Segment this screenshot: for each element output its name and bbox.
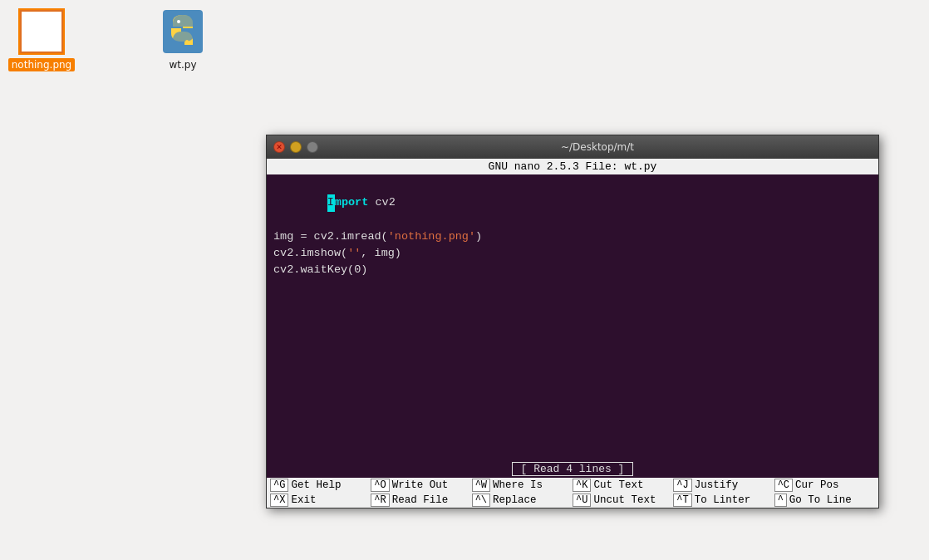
shortcut-cur-pos: ^C Cur Pos [774,479,872,492]
keyword-import: mport [335,196,369,209]
status-message: [ Read 4 lines ] [512,462,634,476]
shortcut-exit: ^X Exit [270,494,367,507]
shortcut-label-justify: Justify [695,479,739,491]
cursor: I [327,194,335,211]
string-literal-2: '' [347,247,361,259]
shortcut-key-u: ^U [573,494,591,507]
code-line-1: Import cv2 [273,178,872,228]
shortcut-label-replace: Replace [493,494,537,506]
shortcut-row-2: ^X Exit ^R Read File ^\ Replace ^U Uncut… [267,493,878,508]
shortcut-label-write-out: Write Out [392,479,449,491]
desktop-icon-nothing-png[interactable]: nothing.png [8,8,75,71]
python-file-icon [160,8,206,55]
shortcut-label-get-help: Get Help [291,479,341,491]
shortcut-key-k: ^K [573,479,591,492]
shortcut-write-out: ^O Write Out [371,479,468,492]
shortcut-key-caret: ^ [774,494,787,507]
python-icon-svg [163,10,203,53]
shortcut-where-is: ^W Where Is [472,479,569,492]
shortcut-key-c: ^C [774,479,793,492]
shortcut-label-exit: Exit [291,494,316,506]
shortcut-key-x: ^X [270,494,288,507]
shortcut-key-r: ^R [371,494,389,507]
terminal-body[interactable]: GNU nano 2.5.3 File: wt.py Import cv2 im… [267,159,878,508]
desktop-icon-wt-py[interactable]: wt.py [150,8,216,71]
shortcut-justify: ^J Justify [673,479,770,492]
svg-point-1 [177,20,180,23]
nano-infobar: GNU nano 2.5.3 File: wt.py [267,159,878,174]
shortcut-go-to-line: ^ Go To Line [774,494,872,507]
shortcut-label-to-linter: To Linter [695,494,751,506]
shortcut-label-cur-pos: Cur Pos [795,479,839,491]
terminal-window: ✕ ~/Desktop/m/t GNU nano 2.5.3 File: wt.… [266,135,879,508]
close-button[interactable]: ✕ [273,141,285,153]
shortcut-label-where-is: Where Is [493,479,543,491]
minimize-button[interactable] [290,141,302,153]
close-icon: ✕ [276,143,283,151]
shortcut-get-help: ^G Get Help [270,479,367,492]
shortcut-read-file: ^R Read File [371,494,468,507]
icon-label-nothing-png: nothing.png [8,58,75,71]
nano-statusbar: [ Read 4 lines ] [267,460,878,478]
shortcut-label-go-to-line: Go To Line [789,494,852,506]
shortcut-replace: ^\ Replace [472,494,569,507]
shortcut-label-cut-text: Cut Text [593,479,643,491]
code-line-3: cv2.imshow('', img) [273,245,872,262]
svg-point-2 [185,40,189,43]
module-name: cv2 [375,196,395,209]
maximize-button[interactable] [307,141,318,153]
code-line-2: img = cv2.imread('nothing.png') [273,228,872,245]
code-line-4: cv2.waitKey(0) [273,262,872,278]
icon-label-wt-py: wt.py [165,58,199,71]
shortcut-label-uncut-text: Uncut Text [593,494,656,506]
shortcut-key-backslash: ^\ [472,494,490,507]
shortcut-key-j: ^J [673,479,691,492]
nano-shortcuts: ^G Get Help ^O Write Out ^W Where Is ^K … [267,478,878,508]
shortcut-cut-text: ^K Cut Text [573,479,670,492]
shortcut-label-read-file: Read File [392,494,449,506]
shortcut-key-t: ^T [673,494,691,507]
shortcut-key-w: ^W [472,479,490,492]
shortcut-uncut-text: ^U Uncut Text [573,494,670,507]
nano-editor[interactable]: Import cv2 img = cv2.imread('nothing.png… [267,174,878,460]
shortcut-key-g: ^G [270,479,288,492]
png-file-icon [18,8,65,55]
shortcut-row-1: ^G Get Help ^O Write Out ^W Where Is ^K … [267,478,878,493]
terminal-title: ~/Desktop/m/t [323,141,872,153]
shortcut-to-linter: ^T To Linter [673,494,770,507]
terminal-titlebar: ✕ ~/Desktop/m/t [267,135,878,159]
string-literal-1: 'nothing.png' [388,230,475,243]
shortcut-key-o: ^O [371,479,389,492]
